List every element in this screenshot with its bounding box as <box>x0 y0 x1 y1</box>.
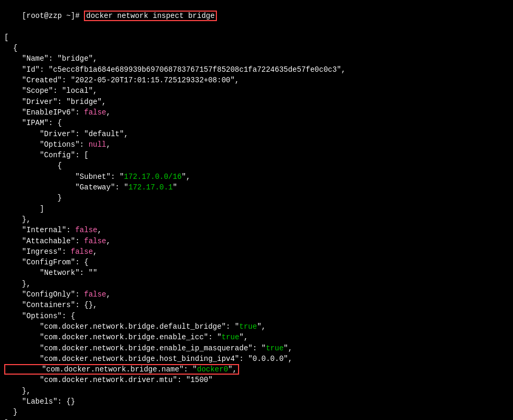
output-line-23: }, <box>0 279 513 289</box>
output-line-33: }, <box>0 386 513 396</box>
command-box: docker network inspect bridge <box>84 11 217 21</box>
output-line-32: "com.docker.network.driver.mtu": "1500" <box>0 375 513 385</box>
output-line-2: "Name": "bridge", <box>0 53 513 64</box>
output-line-28: "com.docker.network.bridge.enable_icc": … <box>0 332 513 342</box>
output-line-22: "Network": "" <box>0 268 513 278</box>
output-line-14: "Gateway": "172.17.0.1" <box>0 182 513 193</box>
output-line-4: "Created": "2022-05-20T17:01:15.72512933… <box>0 75 513 85</box>
output-line-1: { <box>0 43 513 53</box>
output-line-34: "Labels": {} <box>0 396 513 407</box>
output-line-31: "com.docker.network.bridge.name": "docke… <box>0 364 513 375</box>
output-line-3: "Id": "c5ecc8fb1a684e689939b697068783767… <box>0 64 513 75</box>
output-line-8: "IPAM": { <box>0 118 513 128</box>
output-line-27: "com.docker.network.bridge.default_bridg… <box>0 321 513 332</box>
output-line-35: } <box>0 407 513 417</box>
output-line-15: } <box>0 193 513 203</box>
output-line-13: "Subnet": "172.17.0.0/16", <box>0 171 513 182</box>
output-line-36: ] <box>0 418 513 420</box>
output-line-7: "EnableIPv6": false, <box>0 107 513 118</box>
output-line-18: "Internal": false, <box>0 225 513 235</box>
output-line-19: "Attachable": false, <box>0 236 513 246</box>
output-line-21: "ConfigFrom": { <box>0 257 513 268</box>
output-line-10: "Options": null, <box>0 139 513 150</box>
output-line-16: ] <box>0 204 513 214</box>
output-line-20: "Ingress": false, <box>0 246 513 257</box>
output-line-29: "com.docker.network.bridge.enable_ip_mas… <box>0 343 513 354</box>
output-line-6: "Driver": "bridge", <box>0 97 513 107</box>
output-line-17: }, <box>0 214 513 225</box>
output-line-26: "Options": { <box>0 311 513 321</box>
terminal: [root@zzp ~]# docker network inspect bri… <box>0 0 513 420</box>
output-line-30: "com.docker.network.bridge.host_binding_… <box>0 354 513 364</box>
output-line-12: { <box>0 160 513 171</box>
command-text: docker network inspect bridge <box>86 12 215 20</box>
output-line-24: "ConfigOnly": false, <box>0 289 513 300</box>
output-line-11: "Config": [ <box>0 150 513 160</box>
command-line: [root@zzp ~]# docker network inspect bri… <box>0 0 513 32</box>
output-line-5: "Scope": "local", <box>0 85 513 96</box>
output-line-9: "Driver": "default", <box>0 129 513 139</box>
output-line-0: [ <box>0 32 513 43</box>
prompt: [root@zzp ~]# <box>22 12 84 20</box>
output-line-25: "Containers": {}, <box>0 300 513 310</box>
